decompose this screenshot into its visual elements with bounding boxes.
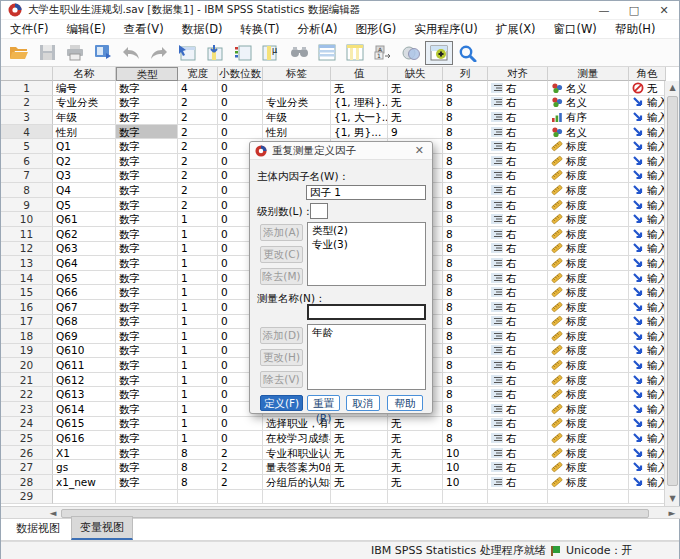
cell-width[interactable]: 2: [178, 154, 218, 169]
cell-width[interactable]: 2: [178, 183, 218, 198]
cell-type[interactable]: 数字: [116, 285, 178, 300]
cell-gutter[interactable]: 29: [1, 490, 53, 505]
cell-name[interactable]: Q613: [53, 387, 116, 402]
cell-name[interactable]: X1: [53, 446, 116, 461]
cell-align[interactable]: 右: [488, 81, 548, 96]
cell-gutter[interactable]: 2: [1, 96, 53, 111]
column-header-8[interactable]: 列: [443, 67, 488, 81]
cell-align[interactable]: [488, 490, 548, 505]
cell-role[interactable]: 输入: [629, 387, 666, 402]
cell-name[interactable]: Q61: [53, 212, 116, 227]
column-header-3[interactable]: 宽度: [178, 67, 218, 81]
cell-role[interactable]: 输入: [629, 96, 666, 111]
cell-missing[interactable]: [388, 490, 443, 505]
cell-role[interactable]: 输入: [629, 344, 666, 359]
cell-name[interactable]: Q610: [53, 344, 116, 359]
save-icon[interactable]: [33, 41, 61, 65]
cell-gutter[interactable]: 23: [1, 402, 53, 417]
measure-list[interactable]: 年龄: [307, 324, 426, 390]
cell-values[interactable]: {1, 男}...: [331, 125, 388, 140]
cell-missing[interactable]: 无: [388, 446, 443, 461]
cell-dec[interactable]: 0: [218, 125, 263, 140]
cell-width[interactable]: 1: [178, 212, 218, 227]
cell-role[interactable]: 输入: [629, 271, 666, 286]
cell-type[interactable]: 数字: [116, 344, 178, 359]
cell-gutter[interactable]: 3: [1, 110, 53, 125]
cell-role[interactable]: 输入: [629, 417, 666, 432]
cell-measure[interactable]: 标度: [548, 329, 629, 344]
column-header-5[interactable]: 标签: [263, 67, 331, 81]
cell-width[interactable]: 1: [178, 344, 218, 359]
cell-label[interactable]: [263, 490, 331, 505]
cell-gutter[interactable]: 9: [1, 198, 53, 213]
cell-gutter[interactable]: 15: [1, 285, 53, 300]
cell-gutter[interactable]: 24: [1, 417, 53, 432]
cell-name[interactable]: 性别: [53, 125, 116, 140]
cell-name[interactable]: x1_new: [53, 475, 116, 490]
cell-name[interactable]: Q63: [53, 242, 116, 257]
cell-width[interactable]: 1: [178, 417, 218, 432]
cell-align[interactable]: 右: [488, 212, 548, 227]
cell-gutter[interactable]: 16: [1, 300, 53, 315]
cell-width[interactable]: 1: [178, 358, 218, 373]
redo-icon[interactable]: [145, 41, 173, 65]
cell-values[interactable]: 无: [331, 431, 388, 446]
tab-variable-view[interactable]: 变量视图: [71, 516, 133, 540]
cell-dec[interactable]: [218, 490, 263, 505]
cell-align[interactable]: 右: [488, 198, 548, 213]
cell-gutter[interactable]: 18: [1, 329, 53, 344]
cell-type[interactable]: 数字: [116, 96, 178, 111]
cell-align[interactable]: 右: [488, 373, 548, 388]
cell-gutter[interactable]: 27: [1, 460, 53, 475]
undo-icon[interactable]: [117, 41, 145, 65]
cell-gutter[interactable]: 4: [1, 125, 53, 140]
cell-align[interactable]: 右: [488, 300, 548, 315]
insert-cases-icon[interactable]: [313, 41, 341, 65]
cell-role[interactable]: 输入: [629, 446, 666, 461]
cell-width[interactable]: 2: [178, 198, 218, 213]
cell-role[interactable]: 输入: [629, 139, 666, 154]
cell-align[interactable]: 右: [488, 285, 548, 300]
dialog-close-icon[interactable]: ✕: [412, 144, 427, 157]
dialog-title-bar[interactable]: 重复测量定义因子 ✕: [250, 142, 432, 160]
cell-width[interactable]: 1: [178, 402, 218, 417]
cell-gutter[interactable]: 10: [1, 212, 53, 227]
cell-type[interactable]: 数字: [116, 256, 178, 271]
reset-button[interactable]: 重置(R): [307, 395, 340, 411]
cell-type[interactable]: 数字: [116, 110, 178, 125]
cell-dec[interactable]: 0: [218, 96, 263, 111]
cell-role[interactable]: 输入: [629, 475, 666, 490]
cell-width[interactable]: 1: [178, 431, 218, 446]
cell-measure[interactable]: 标度: [548, 358, 629, 373]
menu-item-4[interactable]: 转换(T): [232, 20, 289, 39]
remove-measure-button[interactable]: 除去(V): [260, 371, 303, 388]
cell-align[interactable]: 右: [488, 446, 548, 461]
cell-label[interactable]: 在校学习成绩与...: [263, 431, 331, 446]
cell-type[interactable]: 数字: [116, 125, 178, 140]
cell-align[interactable]: 右: [488, 183, 548, 198]
define-button[interactable]: 定义(F): [260, 395, 303, 411]
cell-values[interactable]: 无: [331, 460, 388, 475]
cell-name[interactable]: Q3: [53, 169, 116, 184]
cell-width[interactable]: 8: [178, 460, 218, 475]
cell-width[interactable]: 1: [178, 242, 218, 257]
cell-type[interactable]: 数字: [116, 81, 178, 96]
cell-measure[interactable]: 标度: [548, 460, 629, 475]
add-factor-button[interactable]: 添加(A): [260, 224, 303, 241]
cell-name[interactable]: Q4: [53, 183, 116, 198]
cell-type[interactable]: 数字: [116, 227, 178, 242]
cell-align[interactable]: 右: [488, 475, 548, 490]
cell-gutter[interactable]: 26: [1, 446, 53, 461]
cell-gutter[interactable]: 11: [1, 227, 53, 242]
cell-type[interactable]: 数字: [116, 431, 178, 446]
cell-name[interactable]: [53, 490, 116, 505]
cell-dec[interactable]: 2: [218, 475, 263, 490]
cell-align[interactable]: 右: [488, 169, 548, 184]
cell-type[interactable]: 数字: [116, 300, 178, 315]
variables-icon[interactable]: [229, 41, 257, 65]
cell-cols[interactable]: 8: [443, 417, 488, 432]
menu-item-8[interactable]: 扩展(X): [487, 20, 545, 39]
cell-measure[interactable]: 标度: [548, 446, 629, 461]
cell-name[interactable]: gs: [53, 460, 116, 475]
cell-align[interactable]: 右: [488, 125, 548, 140]
